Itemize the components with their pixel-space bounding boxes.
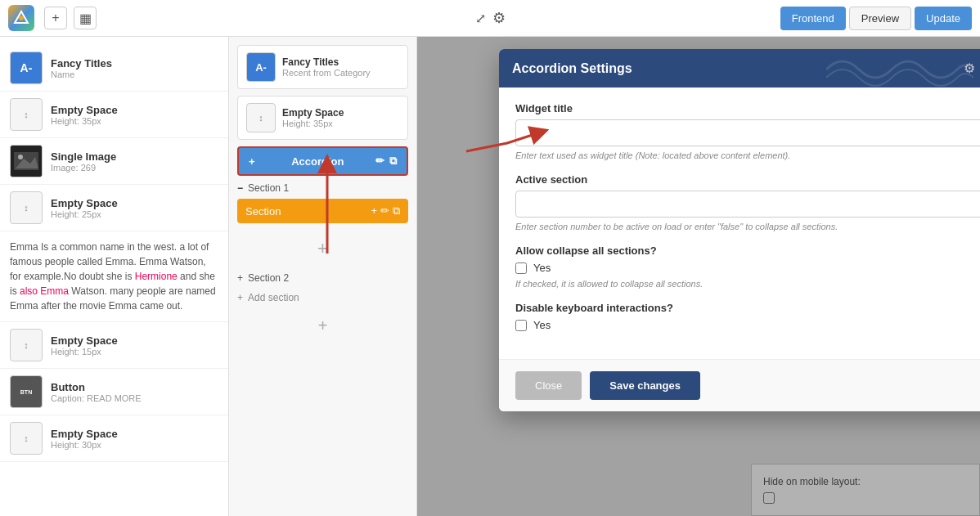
accordion-copy-icon[interactable]: ⧉ [389, 155, 397, 168]
list-item[interactable]: ↕ Empty Space Height: 35px [0, 92, 228, 138]
save-changes-button[interactable]: Save changes [590, 371, 700, 400]
list-item[interactable]: ↕ Empty Space Height: 30px [0, 415, 228, 462]
center-empty-space-icon: ↕ [246, 103, 276, 132]
allow-collapse-yes: Yes [533, 262, 551, 274]
widget-title-input[interactable] [515, 119, 980, 146]
single-image-title: Single Image [51, 150, 116, 163]
right-panel: Hide on mobile layout: Accordion Setting… [417, 37, 980, 516]
list-item[interactable]: A- Fancy Titles Name [0, 45, 228, 92]
allow-collapse-label: Allow collapse all sections? [515, 245, 980, 257]
button-widget-sub: Caption: READ MORE [51, 393, 142, 403]
single-image-icon [10, 145, 43, 177]
modal-title: Accordion Settings [512, 61, 632, 76]
accordion-settings-modal: Accordion Settings ⚙ − ✕ [499, 49, 980, 411]
grid-icon: ▦ [79, 11, 92, 26]
section2-plus-icon[interactable]: + [237, 272, 243, 284]
empty-space-icon: ↕ [10, 98, 43, 131]
section2-label: Section 2 [248, 272, 289, 284]
section1-copy-icon[interactable]: ⧉ [393, 204, 400, 218]
modal-scroll-area: Widget title Enter text used as widget t… [499, 87, 980, 411]
center-fancy-titles[interactable]: A- Fancy Titles Recent from Category [237, 45, 408, 89]
section1-collapse-icon[interactable]: − [237, 182, 243, 194]
top-bar: + ▦ ⤢ ⚙ Frontend Preview Update [0, 0, 980, 37]
update-button[interactable]: Update [915, 7, 972, 30]
highlight-hermione[interactable]: Hermione [135, 271, 178, 282]
accordion-edit-icon[interactable]: ✏ [375, 155, 384, 168]
expand-icon[interactable]: ⤢ [475, 11, 486, 26]
top-bar-buttons: Frontend Preview Update [780, 7, 972, 30]
active-section-label: Active section [515, 173, 980, 186]
center-fancy-titles-icon: A- [246, 52, 276, 82]
add-section-plus-icon: + [237, 292, 243, 303]
fancy-titles-title: Fancy Titles [51, 57, 112, 70]
section1-container: − Section 1 [237, 182, 408, 194]
top-bar-center: ⤢ ⚙ [475, 9, 506, 27]
empty-space-25-sub: Height: 25px [51, 209, 118, 219]
center-empty-space[interactable]: ↕ Empty Space Height: 35px [237, 96, 408, 140]
accordion-button[interactable]: + Accordion ✏ ⧉ [237, 146, 408, 176]
header-decoration [826, 49, 973, 87]
empty-space-25-icon: ↕ [10, 191, 43, 224]
disable-keyboard-group: Disable keyboard interactions? Yes [515, 302, 980, 331]
disable-keyboard-checkbox-row: Yes [515, 319, 980, 331]
list-item[interactable]: ↕ Empty Space Height: 15px [0, 322, 228, 369]
section1-add-icon[interactable]: + [371, 204, 377, 218]
active-section-input[interactable]: 1 [515, 191, 980, 218]
center-panel: A- Fancy Titles Recent from Category ↕ E… [229, 37, 417, 516]
add-button[interactable]: + [44, 7, 67, 29]
allow-collapse-hint: If checked, it is allowed to collapse al… [515, 279, 980, 289]
empty-space-30-title: Empty Space [51, 428, 118, 440]
list-item[interactable]: Single Image Image: 269 [0, 138, 228, 185]
add-block-center[interactable]: + [237, 228, 408, 269]
close-button[interactable]: Close [515, 371, 582, 400]
section1-label: Section 1 [248, 182, 289, 194]
empty-space-sub: Height: 35px [51, 116, 118, 126]
frontend-button[interactable]: Frontend [780, 7, 846, 30]
grid-button[interactable]: ▦ [74, 7, 97, 29]
empty-space-15-title: Empty Space [51, 334, 118, 347]
widget-title-hint: Enter text used as widget title (Note: l… [515, 150, 980, 160]
highlight-also-emma[interactable]: also Emma [20, 285, 69, 297]
single-image-sub: Image: 269 [51, 163, 116, 173]
logo-icon [8, 5, 34, 31]
empty-space-15-icon: ↕ [10, 329, 43, 361]
active-section-group: Active section 1 Enter section number to… [515, 173, 980, 231]
modal-content-area: Widget title Enter text used as widget t… [499, 87, 980, 411]
preview-button[interactable]: Preview [849, 7, 911, 30]
add-block-bottom-icon: + [318, 316, 328, 335]
empty-space-30-icon: ↕ [10, 422, 43, 455]
empty-space-30-sub: Height: 30px [51, 440, 118, 450]
left-sidebar: A- Fancy Titles Name ↕ Empty Space Heigh… [0, 37, 229, 516]
disable-keyboard-checkbox[interactable] [515, 320, 527, 331]
add-section-label: Add section [248, 292, 299, 303]
widget-title-label: Widget title [515, 102, 980, 114]
modal-overlay: Accordion Settings ⚙ − ✕ [417, 37, 980, 516]
accordion-label: Accordion [291, 155, 344, 168]
svg-text:BTN: BTN [20, 389, 32, 395]
fancy-titles-icon: A- [10, 52, 43, 84]
main-layout: A- Fancy Titles Name ↕ Empty Space Heigh… [0, 37, 980, 516]
disable-keyboard-label: Disable keyboard interactions? [515, 302, 980, 314]
list-item[interactable]: ↕ Empty Space Height: 25px [0, 185, 228, 231]
center-fancy-titles-title: Fancy Titles [282, 56, 371, 68]
section1-edit-icon[interactable]: ✏ [380, 204, 389, 218]
allow-collapse-group: Allow collapse all sections? Yes If chec… [515, 245, 980, 289]
allow-collapse-checkbox-row: Yes [515, 262, 980, 274]
list-item[interactable]: BTN Button Caption: READ MORE [0, 369, 228, 415]
center-empty-space-title: Empty Space [282, 107, 344, 119]
empty-space-25-title: Empty Space [51, 197, 118, 209]
svg-point-1 [19, 16, 24, 20]
center-fancy-titles-sub: Recent from Category [282, 68, 371, 78]
empty-space-title: Empty Space [51, 104, 118, 116]
empty-space-15-sub: Height: 15px [51, 347, 118, 357]
add-block-bottom[interactable]: + [237, 308, 408, 343]
button-widget-icon: BTN [10, 375, 43, 408]
modal-body: Widget title Enter text used as widget t… [499, 87, 980, 359]
disable-keyboard-yes: Yes [533, 319, 551, 331]
gear-icon-top[interactable]: ⚙ [492, 9, 506, 27]
add-section-button[interactable]: + Add section [237, 287, 408, 308]
allow-collapse-checkbox[interactable] [515, 262, 527, 274]
button-widget-title: Button [51, 381, 142, 393]
section1-button[interactable]: Section + ✏ ⧉ [237, 199, 408, 223]
accordion-plus-icon: + [249, 155, 255, 168]
